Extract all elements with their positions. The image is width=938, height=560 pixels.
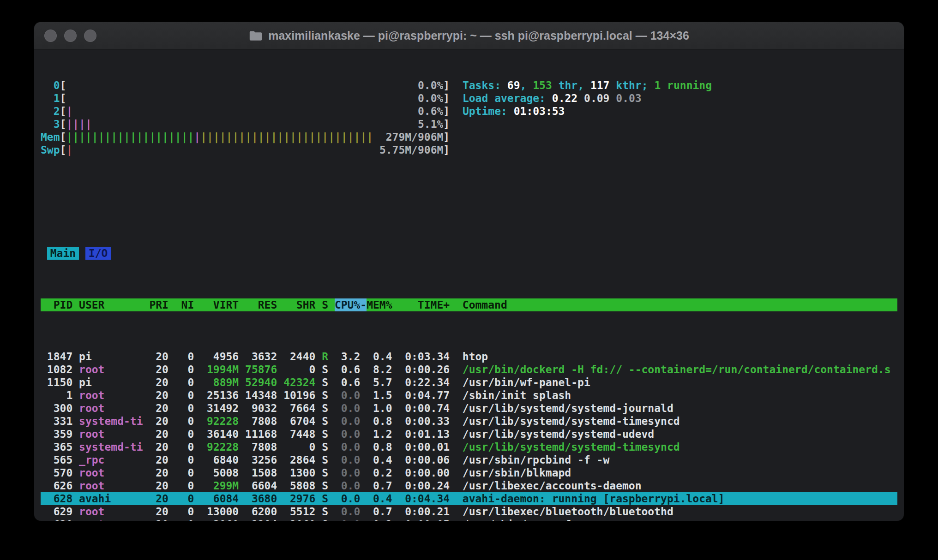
process-row[interactable]: 565_rpc200684032562864S0.00.40:00.06/usr… (41, 453, 897, 466)
process-row[interactable]: 365systemd-ti2009222878080S0.00.80:00.01… (41, 441, 897, 453)
text-segment: , (520, 79, 533, 92)
meter-bar: 0.0% (66, 92, 443, 105)
terminal-content[interactable]: 0[0.0%]1[0.0%]2[|0.6%]3[||||5.1%]Mem[|||… (34, 49, 904, 521)
process-pri: 20 (149, 350, 168, 363)
process-pri: 20 (149, 505, 168, 518)
process-virt: 4956 (200, 350, 239, 363)
process-row[interactable]: 1150pi200889M5294042324S0.65.70:22.34/us… (41, 376, 897, 389)
memory-meter: Mem[||||||||||||||||||||||||||||||||||||… (41, 131, 450, 143)
process-row[interactable]: 1082root2001994M758760S0.68.20:00.26/usr… (41, 363, 897, 376)
process-res: 75876 (245, 363, 277, 376)
meter-ticks: |||| (66, 118, 91, 131)
process-mem: 1.2 (367, 428, 392, 441)
column-header-user[interactable]: USER (79, 298, 143, 311)
process-cpu: 0.0 (335, 453, 360, 466)
process-s: S (322, 505, 328, 518)
process-pri: 20 (149, 376, 168, 389)
column-header-pid[interactable]: PID (41, 298, 72, 311)
process-virt: 13000 (200, 505, 239, 518)
process-shr: 2440 (283, 350, 315, 363)
process-row[interactable]: 1root200251361434810196S0.01.50:04.77/sb… (41, 389, 897, 402)
close-button[interactable] (44, 30, 57, 42)
window-title-text: maximiliankaske — pi@raspberrypi: ~ — ss… (268, 29, 689, 42)
process-cpu: 0.6 (335, 363, 360, 376)
titlebar[interactable]: maximiliankaske — pi@raspberrypi: ~ — ss… (34, 22, 904, 49)
process-mem: 0.4 (367, 350, 392, 363)
process-cpu: 0.0 (335, 466, 360, 479)
column-header-cmd[interactable]: Command (463, 298, 897, 311)
column-header-cpu[interactable]: CPU% (335, 298, 360, 311)
process-row[interactable]: 331systemd-ti2009222878086704S0.00.80:00… (41, 415, 897, 428)
process-row[interactable]: 628avahi200608436802976S0.00.40:04.34ava… (41, 492, 897, 505)
meter-bar: 0.0% (66, 79, 443, 92)
process-row[interactable]: 626root200299M66045808S0.00.70:00.24/usr… (41, 479, 897, 492)
process-row[interactable]: 630root200396022842060S0.00.20:00.05/usr… (41, 518, 897, 521)
process-user: root (79, 402, 143, 415)
process-shr: 2976 (283, 492, 315, 505)
meter-label: 1 (41, 92, 60, 105)
process-mem: 1.5 (367, 389, 392, 402)
zoom-button[interactable] (84, 30, 96, 42)
meter-bar: ||||5.1% (66, 118, 443, 131)
column-header-s[interactable]: S (322, 298, 328, 311)
uptime: Uptime: 01:03:53 (463, 105, 712, 118)
process-pri: 20 (149, 441, 168, 453)
process-cpu: 0.0 (335, 492, 360, 505)
process-time: 0:00.05 (398, 518, 450, 521)
terminal-window: maximiliankaske — pi@raspberrypi: ~ — ss… (34, 22, 904, 521)
column-header-shr[interactable]: SHR (283, 298, 315, 311)
process-ni: 0 (175, 518, 194, 521)
column-header-ni[interactable]: NI (175, 298, 194, 311)
process-ni: 0 (175, 505, 194, 518)
process-time: 0:00.21 (398, 505, 450, 518)
process-ni: 0 (175, 389, 194, 402)
column-header-pri[interactable]: PRI (149, 298, 168, 311)
process-time: 0:00.33 (398, 415, 450, 428)
meter-bar: |5.75M/906M (66, 143, 443, 156)
process-user: avahi (79, 492, 143, 505)
text-segment: kthr (609, 79, 641, 92)
process-user: _rpc (79, 453, 143, 466)
minimize-button[interactable] (64, 30, 77, 42)
column-header-virt[interactable]: VIRT (200, 298, 239, 311)
process-shr: 0 (283, 441, 315, 453)
process-virt: 1994M (200, 363, 239, 376)
process-s: S (322, 453, 328, 466)
process-ni: 0 (175, 415, 194, 428)
text-segment: Load average: (463, 92, 552, 105)
process-cmd: /usr/libexec/accounts-daemon (463, 479, 897, 492)
meter-value: 0.0% (418, 79, 443, 92)
tab-io[interactable]: I/O (85, 247, 111, 260)
process-row[interactable]: 300root2003149290327664S0.01.00:00.74/us… (41, 402, 897, 415)
process-pid: 359 (41, 428, 72, 441)
process-s: S (322, 389, 328, 402)
process-shr: 7448 (283, 428, 315, 441)
process-pid: 300 (41, 402, 72, 415)
process-virt: 25136 (200, 389, 239, 402)
process-cpu: 0.0 (335, 518, 360, 521)
meter-ticks: | (66, 143, 72, 156)
process-row[interactable]: 1847pi200495636322440R3.20.40:03.34htop (41, 350, 897, 363)
process-row[interactable]: 359root20036140111687448S0.01.20:01.13/u… (41, 428, 897, 441)
process-virt: 92228 (200, 415, 239, 428)
process-mem: 0.4 (367, 492, 392, 505)
process-row[interactable]: 570root200500815081300S0.00.20:00.00/usr… (41, 466, 897, 479)
process-s: S (322, 415, 328, 428)
process-user: root (79, 389, 143, 402)
process-shr: 5512 (283, 505, 315, 518)
column-header-mem[interactable]: MEM% (367, 298, 392, 311)
meter-value: 5.1% (418, 118, 443, 131)
tab-main[interactable]: Main (47, 247, 79, 260)
process-user: pi (79, 350, 143, 363)
text-segment: 0.03 (616, 92, 641, 105)
process-time: 0:00.01 (398, 441, 450, 453)
process-ni: 0 (175, 466, 194, 479)
column-header-time[interactable]: TIME+ (398, 298, 450, 311)
screen-tabs: MainI/O (41, 247, 897, 260)
process-pri: 20 (149, 389, 168, 402)
column-header-res[interactable]: RES (245, 298, 277, 311)
process-pid: 565 (41, 453, 72, 466)
process-res: 3680 (245, 492, 277, 505)
process-virt: 92228 (200, 441, 239, 453)
process-row[interactable]: 629root2001300062005512S0.00.70:00.21/us… (41, 505, 897, 518)
